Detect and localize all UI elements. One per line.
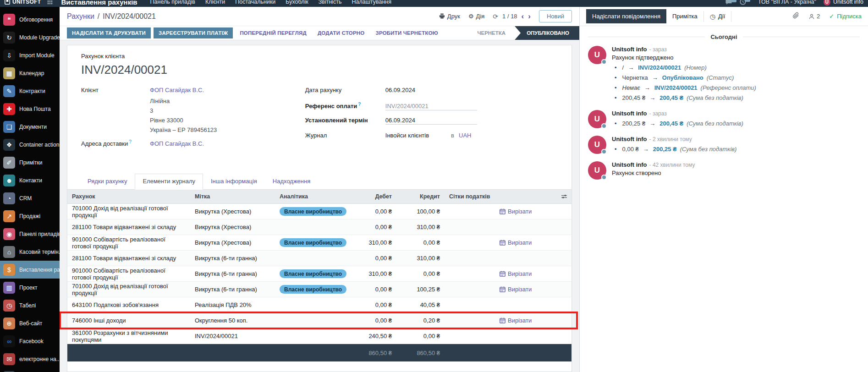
topbar-menu-item[interactable]: Звітність <box>319 0 342 5</box>
cut-off-button[interactable]: Вирізати <box>500 270 532 277</box>
company-switcher[interactable]: ТОВ "ВІГЛА - Україна" <box>758 0 816 5</box>
payment-ref-label: Референс оплати? <box>305 102 385 109</box>
tab-1[interactable]: Рядки рахунку <box>80 174 135 189</box>
statusbar-button[interactable]: НАДІСЛАТИ ТА ДРУКУВАТИ <box>67 27 151 38</box>
send-message-button[interactable]: Надіслати повідомлення <box>586 9 666 23</box>
activities-clock-icon[interactable] <box>740 0 746 5</box>
table-row[interactable]: 361000 Розрахунки з вітчизняними покупця… <box>67 328 571 344</box>
sidebar-item[interactable]: ➤Email маркетинг <box>0 368 60 372</box>
cell-debit: 240,50 ₴ <box>351 333 396 339</box>
new-button[interactable]: Новий <box>539 10 572 22</box>
refresh-icon[interactable]: ⟳ <box>493 13 498 20</box>
analytic-tag[interactable]: Власне виробництво <box>280 269 346 278</box>
sidebar-item[interactable]: ✉електронне на... <box>0 350 60 368</box>
analytic-tag[interactable]: Власне виробництво <box>280 238 346 247</box>
sidebar-item[interactable]: ✚Нова Пошта <box>0 100 60 118</box>
payment-ref-input[interactable]: INV/2024/00021 <box>385 103 477 110</box>
pager-previous-icon[interactable]: ‹ <box>522 12 524 20</box>
pager-next-icon[interactable]: › <box>528 12 531 20</box>
cell-analytic: Власне виробництво <box>275 285 351 294</box>
statusbar-button[interactable]: ПОПЕРЕДНІЙ ПЕРЕГЛЯД <box>236 27 310 38</box>
tab-4[interactable]: Надходження <box>265 174 318 189</box>
sidebar-item[interactable]: ❝Обговорення <box>0 11 60 28</box>
table-row[interactable]: 643100 Податкові зобов'язанняРеалізація … <box>67 297 571 313</box>
cut-off-button[interactable]: Вирізати <box>500 286 532 293</box>
sidebar-item[interactable]: ✎Контракти <box>0 82 60 100</box>
notebook-tabs: Рядки рахункуЕлементи журналуІнша інформ… <box>67 174 571 190</box>
topbar-menu-item[interactable]: Постачальники <box>235 0 275 5</box>
sidebar-item[interactable]: ◉Панелі приладів <box>0 225 60 243</box>
sidebar-item[interactable]: ⌂Касовий термін... <box>0 243 60 261</box>
statusbar-button[interactable]: ДОДАТИ СТОРНО <box>313 27 369 38</box>
status-draft[interactable]: ЧЕРНЕТКА <box>472 26 515 40</box>
journal-currency-link[interactable]: UAH <box>459 132 471 139</box>
table-row[interactable]: 701000 Дохід від реалізації готової прод… <box>67 282 571 297</box>
topbar-menu-item[interactable]: Панель приладів <box>150 0 195 5</box>
address-line: Україна – ЕР 789456123 <box>150 125 305 135</box>
sidebar-item[interactable]: ❏Документи <box>0 118 60 136</box>
old-value: 200,45 ₴ <box>622 94 646 101</box>
sidebar-item[interactable]: ↻Module Upgrade <box>0 28 60 46</box>
client-link[interactable]: ФОП Сагайдак В.С. <box>150 87 204 93</box>
documents-icon: ❏ <box>3 121 15 133</box>
sidebar-item[interactable]: ▥Проект <box>0 279 60 296</box>
analytic-tag[interactable]: Власне виробництво <box>280 207 346 216</box>
invoice-date-value[interactable]: 06.09.2024 <box>385 87 415 93</box>
table-row[interactable]: 901000 Собівартість реалізованої готової… <box>67 266 571 282</box>
cut-off-button[interactable]: Вирізати <box>500 239 532 246</box>
cell-credit: 310,00 ₴ <box>396 255 445 262</box>
sidebar-item[interactable]: ☻Контакти <box>0 171 60 189</box>
sidebar-item[interactable]: ⇩Import Module <box>0 46 60 64</box>
follow-button[interactable]: ✓ Підписка <box>829 13 862 20</box>
due-date-input[interactable]: 06.09.2024 <box>385 117 477 125</box>
gear-icon: ⚙ <box>468 13 474 20</box>
cut-off-label: Вирізати <box>508 239 532 246</box>
sidebar-item[interactable]: $Виставлення ра... <box>0 261 60 279</box>
topbar-menu-item[interactable]: Налаштування <box>352 0 391 5</box>
attachments-button[interactable] <box>792 12 799 21</box>
unitsoft-logo[interactable]: UNITSOFT <box>5 0 41 5</box>
sidebar-item[interactable]: ↗Продажі <box>0 207 60 225</box>
sidebar-item[interactable]: ❖Container actions <box>0 136 60 153</box>
breadcrumb-current: INV/2024/00021 <box>103 12 156 21</box>
sidebar-item[interactable]: ∞Facebook <box>0 332 60 350</box>
sidebar-item-label: Календар <box>19 70 44 77</box>
statusbar-button[interactable]: ЗРОБИТИ ЧЕРНЕТКОЮ <box>372 27 442 38</box>
timesheets-icon: ◷ <box>3 300 15 312</box>
import-module-icon: ⇩ <box>3 49 15 61</box>
user-menu[interactable]: U Unitsoft info <box>824 0 863 5</box>
activities-button[interactable]: ◷ Дії <box>710 13 725 20</box>
tab-2[interactable]: Елементи журналу <box>135 174 203 190</box>
shipping-address-link[interactable]: ФОП Сагайдак В.С. <box>150 140 204 147</box>
statusbar-button[interactable]: ЗАРЕЄСТРУВАТИ ПЛАТІЖ <box>154 27 233 38</box>
journal-value[interactable]: Інвойси клієнтів <box>385 132 429 139</box>
sidebar-item[interactable]: ◔CRM <box>0 189 60 207</box>
optional-columns-icon[interactable] <box>557 190 571 203</box>
print-button[interactable]: Друк <box>439 13 460 20</box>
sidebar-item[interactable]: ✐Примітки <box>0 153 60 171</box>
sidebar-item[interactable]: ▦Календар <box>0 64 60 82</box>
sidebar-item[interactable]: ⊕Веб-сайт <box>0 314 60 332</box>
breadcrumb-parent-link[interactable]: Рахунки <box>67 12 94 21</box>
table-row[interactable]: 281100 Товари відвантажені зі складуВикр… <box>67 251 571 266</box>
topbar-menu-item[interactable]: Бухоблік <box>286 0 308 5</box>
table-row[interactable]: 746000 Інші доходиОкруглення 50 коп.0,00… <box>67 313 571 328</box>
cut-off-button[interactable]: Вирізати <box>500 208 532 215</box>
cut-off-button[interactable]: Вирізати <box>500 317 532 324</box>
app-name[interactable]: Виставлення рахунків <box>61 0 137 6</box>
calendar-icon <box>500 271 505 277</box>
new-value: 200,25 ₴ <box>653 146 677 153</box>
table-row[interactable]: 901000 Собівартість реалізованої готової… <box>67 235 571 251</box>
topbar-menu-item[interactable]: Клієнти <box>205 0 225 5</box>
table-row[interactable]: 701000 Дохід від реалізації готової прод… <box>67 204 571 219</box>
calendar-app-icon: ▦ <box>3 67 15 79</box>
analytic-tag[interactable]: Власне виробництво <box>280 285 346 294</box>
tab-3[interactable]: Інша інформація <box>203 174 265 189</box>
apps-grid-icon[interactable] <box>47 0 53 5</box>
action-button[interactable]: ⚙ Дія <box>468 13 484 20</box>
table-row[interactable]: 281100 Товари відвантажені зі складуВикр… <box>67 219 571 235</box>
messages-icon[interactable] <box>725 0 732 5</box>
sidebar-item[interactable]: ◷Табелі <box>0 296 60 314</box>
log-note-button[interactable]: Примітка <box>672 13 698 20</box>
followers-button[interactable]: 2 <box>808 13 820 20</box>
